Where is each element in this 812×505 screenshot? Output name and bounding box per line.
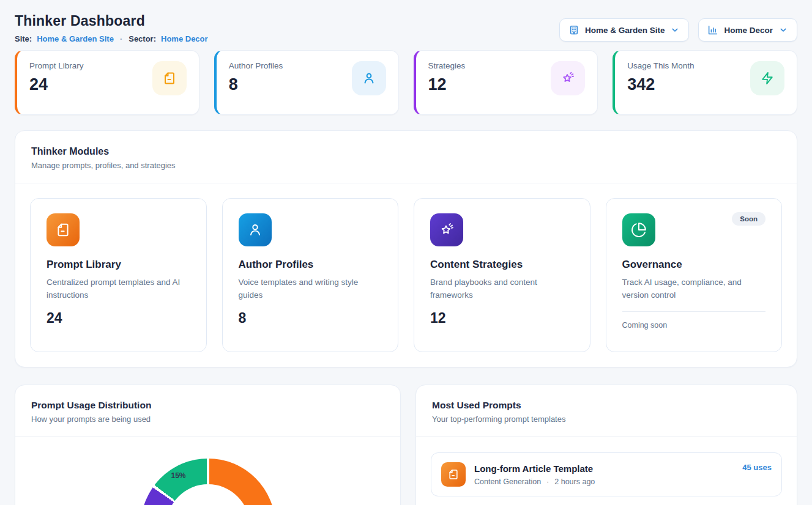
thinker-modules-panel: Thinker Modules Manage prompts, profiles…: [15, 130, 797, 367]
prompt-item-uses: 45 uses: [742, 463, 772, 472]
stat-card-prompt-library: Prompt Library 24: [15, 50, 199, 115]
stat-card-author-profiles: Author Profiles 8: [214, 50, 399, 115]
module-description: Track AI usage, compliance, and version …: [622, 276, 766, 302]
sector-selector-dropdown[interactable]: Home Decor: [698, 18, 797, 42]
stat-label: Usage This Month: [627, 61, 694, 70]
modules-header: Thinker Modules Manage prompts, profiles…: [15, 131, 797, 183]
prompt-list-item[interactable]: Long-form Article Template Content Gener…: [431, 452, 782, 496]
stat-value: 12: [428, 75, 466, 94]
divider: [622, 311, 766, 312]
modules-subtitle: Manage prompts, profiles, and strategies: [31, 161, 781, 170]
breadcrumb-separator: ·: [120, 34, 122, 43]
zap-icon: [750, 61, 784, 95]
coming-soon-text: Coming soon: [622, 321, 766, 330]
module-count: 24: [47, 310, 190, 326]
stats-row: Prompt Library 24 Author Profiles 8 Stra…: [15, 50, 797, 115]
module-title: Content Strategies: [430, 259, 574, 271]
site-selector-dropdown[interactable]: Home & Garden Site: [559, 18, 690, 42]
prompt-item-category: Content Generation: [474, 477, 541, 486]
stat-label: Strategies: [428, 61, 466, 70]
bar-chart-icon: [707, 24, 718, 35]
most-used-title: Most Used Prompts: [432, 400, 781, 411]
stat-value: 8: [229, 75, 283, 94]
sector-link[interactable]: Home Decor: [161, 34, 208, 43]
module-title: Author Profiles: [239, 259, 382, 271]
module-card-governance[interactable]: Soon Governance Track AI usage, complian…: [606, 198, 783, 352]
document-icon: [152, 61, 187, 95]
breadcrumb: Site: Home & Garden Site · Sector: Home …: [15, 34, 208, 43]
dashboard-page: Thinker Dashboard Site: Home & Garden Si…: [0, 0, 812, 505]
stat-label: Author Profiles: [229, 61, 283, 70]
module-title: Governance: [622, 259, 766, 271]
page-title: Thinker Dashboard: [15, 12, 208, 29]
document-icon: [47, 213, 80, 246]
modules-title: Thinker Modules: [31, 146, 781, 157]
pie-chart-icon: [622, 213, 655, 246]
soon-badge: Soon: [732, 212, 765, 226]
site-selector-value: Home & Garden Site: [585, 26, 665, 35]
chevron-down-icon: [778, 25, 788, 35]
module-card-prompt-library[interactable]: Prompt Library Centralized prompt templa…: [30, 198, 207, 352]
sparkle-star-icon: [551, 61, 585, 95]
meta-separator: ·: [546, 477, 549, 486]
prompt-item-time: 2 hours ago: [554, 477, 595, 486]
stat-value: 342: [627, 75, 694, 94]
sector-label: Sector:: [129, 34, 156, 43]
module-description: Voice templates and writing style guides: [239, 276, 382, 302]
bottom-row: Prompt Usage Distribution How your promp…: [15, 385, 797, 505]
sector-selector-value: Home Decor: [724, 26, 773, 35]
usage-donut[interactable]: 15%: [141, 459, 275, 505]
user-icon: [352, 61, 386, 95]
stat-value: 24: [29, 75, 84, 94]
module-card-content-strategies[interactable]: Content Strategies Brand playbooks and c…: [414, 198, 590, 352]
prompt-item-title: Long-form Article Template: [474, 463, 734, 474]
user-icon: [239, 213, 272, 246]
document-icon: [441, 462, 466, 487]
chevron-down-icon: [670, 25, 680, 35]
topbar: Thinker Dashboard Site: Home & Garden Si…: [15, 12, 797, 43]
stat-label: Prompt Library: [29, 61, 84, 70]
module-description: Brand playbooks and content frameworks: [430, 276, 574, 302]
module-card-author-profiles[interactable]: Author Profiles Voice templates and writ…: [222, 198, 399, 352]
site-link[interactable]: Home & Garden Site: [37, 34, 114, 43]
module-count: 8: [239, 310, 382, 326]
module-title: Prompt Library: [47, 259, 190, 271]
prompt-usage-card: Prompt Usage Distribution How your promp…: [15, 385, 401, 505]
most-used-prompts-card: Most Used Prompts Your top-performing pr…: [415, 385, 797, 505]
module-count: 12: [430, 310, 574, 326]
usage-chart-title: Prompt Usage Distribution: [31, 400, 384, 411]
building-icon: [568, 24, 579, 35]
sparkle-star-icon: [430, 213, 463, 246]
usage-chart-subtitle: How your prompts are being used: [31, 415, 384, 424]
module-description: Centralized prompt templates and AI inst…: [47, 276, 190, 302]
site-label: Site:: [15, 34, 32, 43]
selector-group: Home & Garden Site Home Decor: [559, 18, 797, 42]
most-used-subtitle: Your top-performing prompt templates: [432, 415, 781, 424]
modules-grid: Prompt Library Centralized prompt templa…: [30, 198, 782, 352]
stat-card-usage: Usage This Month 342: [613, 50, 797, 115]
title-block: Thinker Dashboard Site: Home & Garden Si…: [15, 12, 208, 43]
stat-card-strategies: Strategies 12: [414, 50, 598, 115]
donut-segment-label: 15%: [171, 471, 186, 480]
